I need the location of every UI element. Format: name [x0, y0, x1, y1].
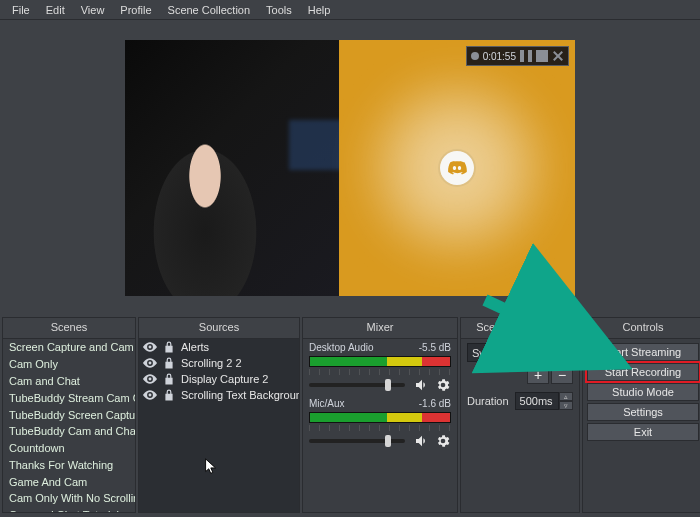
source-item[interactable]: Alerts: [139, 339, 299, 355]
source-item[interactable]: Scrolling 2 2: [139, 355, 299, 371]
menu-file[interactable]: File: [4, 2, 38, 18]
discord-capture: [339, 40, 575, 296]
mixer-channel-desktop: Desktop Audio -5.5 dB: [303, 339, 457, 395]
source-item[interactable]: Display Capture 2: [139, 371, 299, 387]
channel-db: -5.5 dB: [419, 342, 451, 353]
remove-transition-button[interactable]: −: [551, 366, 573, 384]
scene-item[interactable]: TubeBuddy Cam and Chat: [3, 423, 135, 440]
scene-item[interactable]: Cam and Chat: [3, 373, 135, 390]
scene-item[interactable]: Game And Cam: [3, 473, 135, 490]
speaker-icon[interactable]: [414, 377, 430, 393]
scene-item[interactable]: Thanks For Watching: [3, 456, 135, 473]
spin-down-button[interactable]: ▿: [559, 401, 573, 410]
transition-value: Swipe: [472, 347, 502, 359]
menu-view[interactable]: View: [73, 2, 113, 18]
transition-select[interactable]: Swipe ▾: [467, 343, 573, 362]
channel-name: Mic/Aux: [309, 398, 345, 409]
menu-help[interactable]: Help: [300, 2, 339, 18]
source-label: Alerts: [181, 341, 209, 353]
scene-item[interactable]: Cam Only With No Scrolling: [3, 490, 135, 507]
start-streaming-button[interactable]: Start Streaming: [587, 343, 699, 361]
pause-icon[interactable]: [520, 50, 532, 62]
svg-point-0: [149, 346, 152, 349]
meter-ticks: [309, 425, 451, 431]
source-item[interactable]: Scrolling Text Background: [139, 387, 299, 403]
exit-button[interactable]: Exit: [587, 423, 699, 441]
mixer-title: Mixer: [303, 318, 457, 339]
sources-list[interactable]: Alerts Scrolling 2 2 Display Capture 2 S…: [139, 339, 299, 512]
record-timer: 0:01:55: [483, 51, 516, 62]
transitions-panel: Scene Transitions Swipe ▾ + − Duration 5…: [460, 317, 580, 513]
sources-panel: Sources Alerts Scrolling 2 2 Display Cap…: [138, 317, 300, 513]
controls-title: Controls: [583, 318, 700, 339]
scene-item[interactable]: Cam Only: [3, 356, 135, 373]
record-indicator-icon: [471, 52, 479, 60]
scene-item[interactable]: TubeBuddy Stream Cam Only: [3, 389, 135, 406]
webcam-feed: [125, 40, 339, 296]
vu-meter: [309, 412, 451, 423]
svg-point-2: [149, 378, 152, 381]
mixer-body: Desktop Audio -5.5 dB Mic/Aux -1.6 dB: [303, 339, 457, 512]
duration-value: 500ms: [520, 395, 553, 407]
transitions-body: Swipe ▾ + − Duration 500ms ▵ ▿: [461, 339, 579, 512]
scene-item[interactable]: Screen Capture and Cam: [3, 339, 135, 356]
duration-label: Duration: [467, 395, 509, 407]
transitions-title: Scene Transitions: [461, 318, 579, 339]
speaker-icon[interactable]: [414, 433, 430, 449]
start-recording-button[interactable]: Start Recording: [587, 363, 699, 381]
menu-profile[interactable]: Profile: [112, 2, 159, 18]
visibility-icon[interactable]: [143, 389, 157, 401]
source-label: Display Capture 2: [181, 373, 268, 385]
channel-db: -1.6 dB: [419, 398, 451, 409]
mixer-panel: Mixer Desktop Audio -5.5 dB Mic/Aux -1: [302, 317, 458, 513]
lock-icon[interactable]: [162, 357, 176, 369]
close-icon[interactable]: [552, 50, 564, 62]
gear-icon[interactable]: [435, 377, 451, 393]
menu-tools[interactable]: Tools: [258, 2, 300, 18]
controls-body: Start Streaming Start Recording Studio M…: [583, 339, 700, 512]
menu-bar: File Edit View Profile Scene Collection …: [0, 0, 700, 20]
add-transition-button[interactable]: +: [527, 366, 549, 384]
menu-scene-collection[interactable]: Scene Collection: [160, 2, 259, 18]
controls-panel: Controls Start Streaming Start Recording…: [582, 317, 700, 513]
volume-slider[interactable]: [309, 383, 405, 387]
stop-icon[interactable]: [536, 50, 548, 62]
lock-icon[interactable]: [162, 341, 176, 353]
vu-meter: [309, 356, 451, 367]
lock-icon[interactable]: [162, 373, 176, 385]
duration-input[interactable]: 500ms: [515, 392, 559, 410]
preview-area[interactable]: 0:01:55: [0, 20, 700, 316]
volume-slider[interactable]: [309, 439, 405, 443]
scene-item[interactable]: TubeBuddy Screen Capture and: [3, 406, 135, 423]
menu-edit[interactable]: Edit: [38, 2, 73, 18]
source-label: Scrolling Text Background: [181, 389, 299, 401]
scenes-title: Scenes: [3, 318, 135, 339]
scenes-panel: Scenes Screen Capture and Cam Cam Only C…: [2, 317, 136, 513]
spin-up-button[interactable]: ▵: [559, 392, 573, 401]
channel-name: Desktop Audio: [309, 342, 374, 353]
visibility-icon[interactable]: [143, 341, 157, 353]
scenes-list[interactable]: Screen Capture and Cam Cam Only Cam and …: [3, 339, 135, 512]
scene-item[interactable]: Cam and Chat Tutorial: [3, 507, 135, 512]
visibility-icon[interactable]: [143, 373, 157, 385]
studio-mode-button[interactable]: Studio Mode: [587, 383, 699, 401]
visibility-icon[interactable]: [143, 357, 157, 369]
svg-point-1: [149, 362, 152, 365]
preview-canvas[interactable]: 0:01:55: [125, 40, 575, 296]
lock-icon[interactable]: [162, 389, 176, 401]
discord-logo-icon: [440, 151, 474, 185]
mixer-channel-mic: Mic/Aux -1.6 dB: [303, 395, 457, 451]
game-bar-overlay: 0:01:55: [466, 46, 569, 66]
chevron-down-icon: ▾: [562, 346, 568, 359]
sources-title: Sources: [139, 318, 299, 339]
source-label: Scrolling 2 2: [181, 357, 242, 369]
svg-point-3: [149, 394, 152, 397]
scene-item[interactable]: Countdown: [3, 440, 135, 457]
gear-icon[interactable]: [435, 433, 451, 449]
settings-button[interactable]: Settings: [587, 403, 699, 421]
meter-ticks: [309, 369, 451, 375]
